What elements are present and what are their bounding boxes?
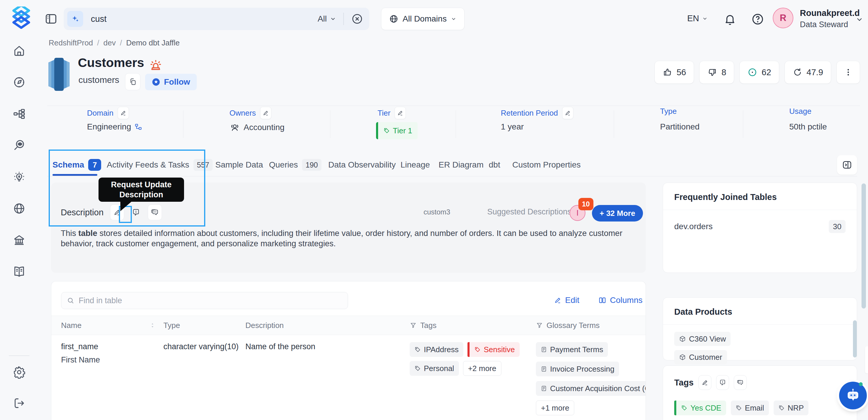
glossary-more-label: +1 more xyxy=(541,403,569,413)
glossary-icon[interactable] xyxy=(13,265,26,278)
observability-icon[interactable] xyxy=(13,139,26,152)
column-header-name[interactable]: Name xyxy=(61,321,163,330)
panel-scrollbar-thumb[interactable] xyxy=(853,320,857,357)
tag-pill[interactable]: NRP xyxy=(774,400,809,415)
tab-dbt[interactable]: dbt xyxy=(489,156,500,174)
home-icon[interactable] xyxy=(13,44,26,57)
popularity-button[interactable]: 47.9 xyxy=(784,61,831,84)
copy-name-button[interactable] xyxy=(125,73,141,90)
owners-value[interactable]: Accounting xyxy=(244,123,285,132)
tab-custom-properties[interactable]: Custom Properties xyxy=(512,156,581,174)
find-in-table-input[interactable] xyxy=(79,296,342,305)
completeness-button[interactable]: 62 xyxy=(739,61,779,84)
edit-tags-button[interactable] xyxy=(699,375,711,390)
alert-siren-icon[interactable] xyxy=(148,57,163,72)
tag-pill-yes-cde[interactable]: Yes CDE xyxy=(674,400,726,415)
tab-schema[interactable]: Schema 7 xyxy=(53,156,101,174)
tag-pill[interactable]: IPAddress xyxy=(410,342,463,357)
glossary-term-icon xyxy=(540,385,547,392)
data-product-pill[interactable]: C360 View xyxy=(674,332,731,346)
insights-icon[interactable] xyxy=(13,171,26,183)
tags-more-pill[interactable]: +2 more xyxy=(463,361,501,376)
chatbot-button[interactable] xyxy=(839,382,867,409)
data-product-pill[interactable]: Customer xyxy=(674,350,727,364)
tab-queries[interactable]: Queries 190 xyxy=(269,156,321,174)
tags-comments-button[interactable] xyxy=(734,375,747,390)
compass-icon[interactable] xyxy=(13,76,26,89)
follow-button[interactable]: Follow xyxy=(145,74,197,90)
tag-pill[interactable]: Email xyxy=(731,400,769,415)
tag-label: NRP xyxy=(788,403,804,413)
settings-gear-icon[interactable] xyxy=(13,366,26,379)
edit-retention-button[interactable] xyxy=(562,107,574,119)
edit-domain-button[interactable] xyxy=(118,107,129,119)
breadcrumb-database[interactable]: Demo dbt Jaffle xyxy=(126,38,180,48)
web-icon[interactable] xyxy=(13,202,26,215)
glossary-pill[interactable]: Invoice Processing xyxy=(536,362,619,376)
likes-button[interactable]: 56 xyxy=(654,61,694,84)
table-row[interactable]: first_name First Name character varying(… xyxy=(51,335,646,415)
governance-icon[interactable] xyxy=(13,234,26,247)
tier-badge[interactable]: Tier 1 xyxy=(376,122,417,139)
column-header-type[interactable]: Type xyxy=(163,321,245,330)
breadcrumb-separator: / xyxy=(97,38,99,48)
edit-owners-button[interactable] xyxy=(260,107,271,119)
domain-value[interactable]: Engineering xyxy=(87,122,131,131)
glossary-more-pill[interactable]: +1 more xyxy=(536,400,574,415)
edit-tier-button[interactable] xyxy=(395,107,406,119)
columns-button[interactable]: Columns xyxy=(598,296,642,305)
joined-table-row[interactable]: dev.orders 30 xyxy=(663,210,857,243)
tab-data-observability[interactable]: Data Observability xyxy=(328,156,396,174)
atlan-logo[interactable] xyxy=(11,6,32,30)
help-icon[interactable] xyxy=(751,12,765,26)
request-tags-button[interactable] xyxy=(716,375,729,390)
tab-er-diagram[interactable]: ER Diagram xyxy=(439,156,484,174)
tag-pill-sensitive[interactable]: Sensitive xyxy=(467,342,520,357)
sidebar-toggle-icon[interactable] xyxy=(44,12,58,26)
column-header-description[interactable]: Description xyxy=(245,321,410,330)
tab-sample-data[interactable]: Sample Data xyxy=(215,156,263,174)
find-in-table[interactable] xyxy=(61,292,348,309)
global-search[interactable]: cust All xyxy=(64,8,369,30)
all-domains-button[interactable]: All Domains xyxy=(381,8,465,30)
language-selector[interactable]: EN xyxy=(687,13,708,23)
search-scope-dropdown[interactable]: All xyxy=(318,14,336,24)
glossary-pill[interactable]: Payment Terms xyxy=(536,342,608,357)
description-text-rest: stores detailed information about custom… xyxy=(61,229,622,248)
cell-name[interactable]: first_name First Name xyxy=(61,342,163,365)
page-scrollbar-thumb[interactable] xyxy=(862,183,866,308)
meta-domain: Domain Engineering xyxy=(87,107,129,119)
user-menu-chevron-icon[interactable] xyxy=(855,16,864,24)
filter-funnel-icon[interactable] xyxy=(536,322,543,329)
column-header-glossary[interactable]: Glossary Terms xyxy=(536,321,636,330)
tab-activity-feeds[interactable]: Activity Feeds & Tasks 557 xyxy=(107,156,213,174)
comments-button[interactable] xyxy=(148,204,162,220)
notifications-bell-icon[interactable] xyxy=(723,12,737,26)
dislikes-button[interactable]: 8 xyxy=(699,61,734,84)
tags-card-title: Tags xyxy=(674,378,694,388)
tags-card: Tags Yes CDE Email NRP PhoneNumber xyxy=(663,365,857,420)
user-avatar[interactable]: R xyxy=(773,8,794,28)
filter-funnel-icon[interactable] xyxy=(410,322,417,329)
breadcrumb-connection[interactable]: RedshiftProd xyxy=(49,38,93,48)
cell-glossary-terms: Payment Terms Invoice Processing Custome… xyxy=(536,342,646,415)
breadcrumb-schema[interactable]: dev xyxy=(103,38,116,48)
language-label: EN xyxy=(687,13,699,23)
clear-search-icon[interactable] xyxy=(351,13,363,25)
tag-pill[interactable]: Personal xyxy=(410,361,459,376)
sort-icon[interactable] xyxy=(149,322,156,329)
suggestions-more-button[interactable]: + 32 More xyxy=(592,205,643,221)
column-header-tags[interactable]: Tags xyxy=(410,321,536,330)
joined-table-name[interactable]: dev.orders xyxy=(674,222,713,231)
collapse-panel-button[interactable] xyxy=(837,155,857,175)
tab-dbt-label: dbt xyxy=(489,160,500,170)
workflow-icon[interactable] xyxy=(13,107,26,120)
more-actions-button[interactable] xyxy=(836,61,860,84)
search-input[interactable]: cust xyxy=(91,14,106,24)
column-name[interactable]: first_name xyxy=(61,342,163,351)
glossary-pill[interactable]: Customer Acquisition Cost (CAC) xyxy=(536,381,646,396)
edit-table-button[interactable]: Edit xyxy=(554,296,579,305)
glossary-term-icon xyxy=(540,346,547,353)
logout-icon[interactable] xyxy=(13,397,26,410)
tab-lineage[interactable]: Lineage xyxy=(401,156,430,174)
